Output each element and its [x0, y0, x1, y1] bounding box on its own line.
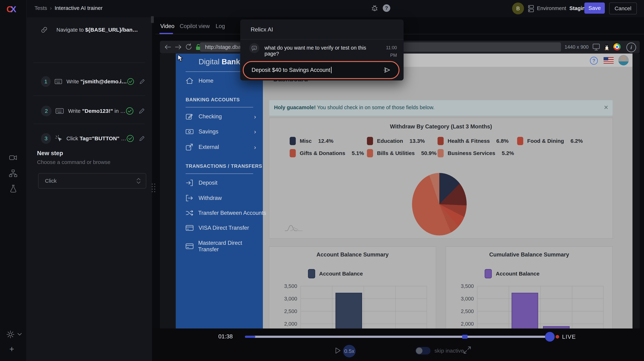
- edit-pencil-icon[interactable]: [139, 78, 145, 85]
- alert-text: Holy guacamole! You should check in on s…: [274, 104, 434, 110]
- app-logo[interactable]: CX: [6, 4, 16, 14]
- step-row-1[interactable]: 1 Write "jsmith@demo.i…: [41, 76, 145, 87]
- bank-nav-transfer: Transfer Between Accounts: [186, 210, 256, 216]
- debug-bug-icon[interactable]: [370, 4, 379, 13]
- page-title: Interactive AI trainer: [54, 5, 102, 11]
- sign-in-icon: [186, 179, 194, 186]
- legend-item: Account Balance: [484, 269, 540, 278]
- help-icon[interactable]: ?: [383, 4, 390, 12]
- bar-cumulative-1: [512, 293, 538, 329]
- gridline: [300, 299, 426, 299]
- step-success-icon: [126, 134, 134, 143]
- divider: [34, 95, 145, 96]
- send-button[interactable]: [383, 66, 391, 74]
- legend-item: Business Services5.2%: [438, 149, 514, 157]
- gridline: [300, 286, 301, 329]
- bank-nav-deposit: Deposit: [186, 179, 256, 186]
- flow-sitemap-icon[interactable]: [9, 170, 17, 178]
- us-flag-icon: [604, 57, 614, 63]
- credit-card-icon: [186, 243, 194, 250]
- step-row-3[interactable]: 3 Click Tag="BUTTON" …: [41, 133, 145, 144]
- relicx-ai-dialog: Relicx AI what do you want me to verify …: [240, 19, 404, 80]
- y-tick: 3,000: [274, 296, 297, 302]
- click-cursor-icon: [55, 134, 62, 142]
- sign-out-icon: [186, 195, 194, 202]
- speed-0.5x-button[interactable]: 0.5x: [343, 345, 356, 358]
- user-avatar[interactable]: B: [512, 2, 524, 14]
- message-timestamp: 11:00PM: [380, 44, 397, 59]
- play-button[interactable]: [334, 347, 342, 356]
- save-button[interactable]: Save: [584, 2, 605, 14]
- bank-help-icon: ?: [590, 57, 598, 65]
- edit-pencil-icon[interactable]: [139, 135, 145, 142]
- playhead-handle[interactable]: [545, 332, 555, 342]
- settings-gear-icon[interactable]: [6, 330, 15, 340]
- y-tick: 2,500: [274, 308, 297, 314]
- breadcrumb-tests-link[interactable]: Tests: [34, 5, 47, 11]
- bank-nav-savings: Savings›: [186, 128, 256, 135]
- fullscreen-icon[interactable]: [463, 346, 472, 355]
- command-select[interactable]: Click: [38, 173, 146, 189]
- shuffle-icon: [186, 210, 194, 216]
- command-select-value: Click: [45, 178, 56, 184]
- keyboard-icon: [54, 78, 62, 85]
- cumulative-balance-card: Cumulative Balance Summary Account Balan…: [446, 246, 613, 329]
- bank-page: Digital Bank Home BANKING ACCOUNTS Check…: [176, 53, 632, 329]
- chevron-down-icon[interactable]: [17, 333, 22, 337]
- gridline: [477, 286, 478, 329]
- panel-resize-handle[interactable]: [152, 184, 155, 198]
- forward-icon[interactable]: [175, 44, 182, 51]
- monitor-icon[interactable]: [592, 43, 600, 51]
- step-row-2[interactable]: 2 Write "Demo123!" in …: [41, 106, 145, 116]
- progress-played-segment: [245, 336, 255, 338]
- edit-pencil-icon[interactable]: [138, 108, 145, 114]
- withdraw-category-card: Withdraw By Category (Last 3 Months) Mis…: [269, 118, 613, 239]
- panel-scrollbar[interactable]: [151, 16, 154, 23]
- top-bar: Tests › Interactive AI trainer ? B Envir…: [26, 0, 644, 17]
- logo-x: X: [10, 4, 16, 14]
- flask-icon[interactable]: [10, 185, 17, 193]
- live-label: LIVE: [562, 334, 576, 340]
- gridline: [300, 286, 426, 286]
- back-icon[interactable]: [164, 44, 172, 51]
- gridline: [426, 286, 427, 329]
- bank-nav-checking: Checking›: [186, 113, 256, 120]
- bank-user-avatar: [618, 55, 629, 65]
- pen-square-icon: [186, 113, 194, 120]
- step-label: Write "Demo123!" in …: [68, 108, 126, 114]
- tab-copilot-view[interactable]: Copilot view: [180, 23, 210, 29]
- tab-log[interactable]: Log: [216, 23, 225, 29]
- link-icon: [40, 26, 48, 33]
- divider: [34, 124, 145, 124]
- reload-icon[interactable]: [185, 43, 192, 51]
- legend-item: Food & Dining6.2%: [517, 137, 583, 145]
- add-button[interactable]: +: [9, 344, 14, 354]
- navigate-step[interactable]: Navigate to ${BASE_URL}/ban…: [40, 26, 138, 33]
- progress-track[interactable]: [245, 336, 550, 338]
- divider: [34, 62, 145, 63]
- video-camera-icon[interactable]: [9, 154, 17, 162]
- tab-video[interactable]: Video: [160, 23, 174, 29]
- pie: [412, 173, 467, 235]
- video-viewport[interactable]: Digital Bank Home BANKING ACCOUNTS Check…: [160, 53, 640, 329]
- left-icon-rail: CX +: [0, 0, 26, 361]
- playback-time: 01:38: [218, 333, 233, 340]
- select-chevrons-icon: [136, 177, 141, 184]
- skip-inactive-label: skip inactive: [434, 348, 464, 354]
- bar-account-balance: [336, 293, 362, 329]
- environment-label: Environment: [537, 5, 566, 11]
- cancel-button[interactable]: Cancel: [609, 2, 637, 14]
- gridline: [509, 286, 509, 329]
- environment-selector[interactable]: Environment Staging: [537, 5, 588, 11]
- skip-inactive-toggle[interactable]: [416, 347, 430, 355]
- gridline: [364, 286, 364, 329]
- progress-marker[interactable]: [462, 335, 468, 339]
- bank-section-accounts: BANKING ACCOUNTS: [186, 97, 240, 102]
- info-icon[interactable]: i: [626, 42, 636, 52]
- ai-prompt-value: Deposit $40 to Savings Account: [252, 67, 330, 73]
- breadcrumb-separator: ›: [50, 5, 52, 11]
- step-label: Write "jsmith@demo.i…: [66, 78, 127, 85]
- ai-prompt-input[interactable]: Deposit $40 to Savings Account: [243, 61, 400, 79]
- bar-chart-title: Cumulative Balance Summary: [446, 251, 612, 258]
- bank-section-transactions: TRANSACTIONS / TRANSFERS: [186, 163, 262, 169]
